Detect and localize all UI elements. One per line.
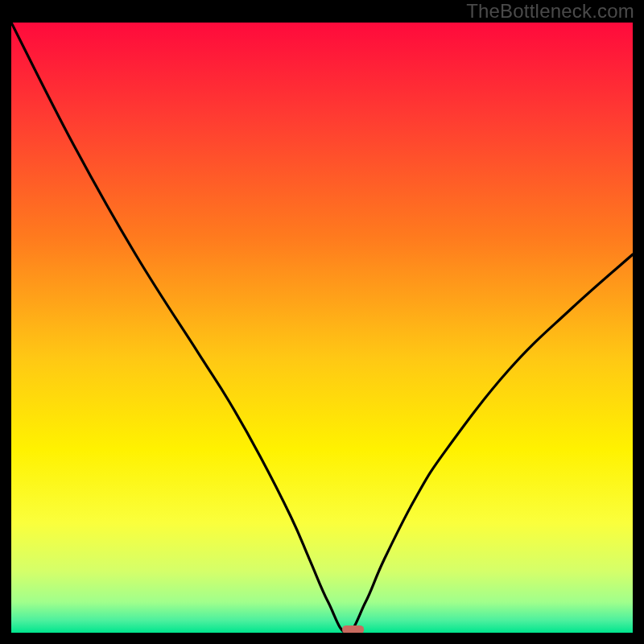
gradient-background — [11, 23, 633, 633]
chart-svg — [11, 23, 633, 633]
bottleneck-chart — [11, 23, 633, 633]
optimal-marker — [342, 625, 364, 633]
watermark-text: TheBottleneck.com — [466, 0, 634, 23]
